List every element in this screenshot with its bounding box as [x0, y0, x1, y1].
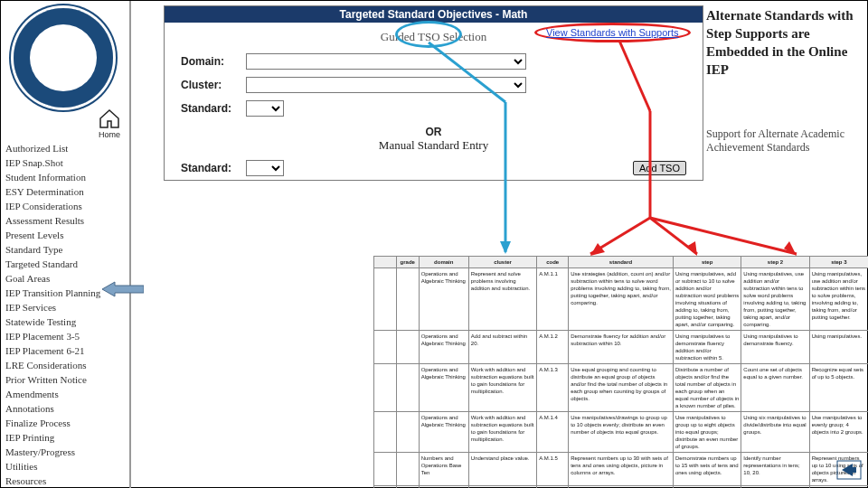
nav-item-esy-determination[interactable]: ESY Determination [5, 184, 127, 199]
nav-item-utilities[interactable]: Utilities [5, 459, 127, 474]
nav-item-iep-placement-3-5[interactable]: IEP Placement 3-5 [5, 329, 127, 343]
nav-item-iep-printing[interactable]: IEP Printing [5, 430, 127, 445]
domain-select[interactable] [246, 53, 526, 70]
nav-item-resources[interactable]: Resources [5, 474, 127, 488]
standard-label-2: Standard: [181, 162, 239, 174]
cluster-select[interactable] [246, 77, 526, 93]
nav-item-lre-considerations[interactable]: LRE Considerations [5, 358, 127, 372]
standards-table: gradedomainclustercodestandardstepstep 2… [373, 256, 868, 477]
nav-item-statewide-testing[interactable]: Statewide Testing [5, 314, 127, 329]
nav-item-iep-snap-shot[interactable]: IEP Snap.Shot [5, 155, 127, 170]
or-label: OR [165, 120, 703, 138]
blue-highlight-circle [395, 21, 462, 48]
svg-marker-7 [590, 243, 605, 256]
dept-logo [14, 8, 113, 108]
support-heading: Support for Alternate Academic Achieveme… [706, 127, 864, 155]
manual-subtitle: Manual Standard Entry [165, 138, 703, 156]
cluster-label: Cluster: [181, 79, 239, 91]
nav-item-present-levels[interactable]: Present Levels [5, 228, 127, 242]
svg-marker-0 [102, 282, 144, 296]
view-standards-link[interactable]: View Standards with Supports [546, 27, 679, 38]
home-button[interactable]: Home [97, 108, 122, 139]
svg-marker-3 [500, 241, 511, 254]
nav-item-iep-services[interactable]: IEP Services [5, 300, 127, 314]
svg-line-10 [650, 218, 797, 254]
nav-item-finalize-process[interactable]: Finalize Process [5, 416, 127, 430]
nav-item-iep-placement-6-21[interactable]: IEP Placement 6-21 [5, 343, 127, 358]
nav-item-standard-type[interactable]: Standard Type [5, 242, 127, 257]
svg-marker-13 [842, 464, 856, 476]
nav-item-mastery-progress[interactable]: Mastery/Progress [5, 445, 127, 459]
view-standards-highlight: View Standards with Supports [534, 23, 691, 42]
nav-item-student-information[interactable]: Student Information [5, 170, 127, 184]
nav-item-assessment-results[interactable]: Assessment Results [5, 213, 127, 228]
nav-item-annotations[interactable]: Annotations [5, 401, 127, 416]
standard-manual-select[interactable] [246, 160, 284, 176]
nav-item-authorized-list[interactable]: Authorized List [5, 141, 127, 155]
nav-item-targeted-standard[interactable]: Targeted Standard [5, 257, 127, 271]
svg-line-6 [590, 218, 650, 254]
svg-marker-9 [686, 241, 697, 256]
sidebar-nav: Authorized ListIEP Snap.ShotStudent Info… [5, 141, 127, 488]
add-tso-button[interactable]: Add TSO [633, 161, 686, 175]
nav-item-amendments[interactable]: Amendments [5, 387, 127, 401]
svg-marker-11 [784, 241, 797, 256]
nav-item-prior-written-notice[interactable]: Prior Written Notice [5, 372, 127, 387]
sidebar-divider [129, 1, 131, 488]
standard-label: Standard: [181, 102, 239, 115]
nav-item-iep-considerations[interactable]: IEP Considerations [5, 199, 127, 213]
svg-line-8 [650, 218, 697, 254]
callout-text: Alternate Standards with Step Supports a… [706, 6, 860, 79]
domain-label: Domain: [181, 55, 239, 68]
standard-select[interactable] [246, 100, 284, 117]
pointer-arrow-icon [102, 281, 144, 299]
home-label: Home [97, 130, 122, 139]
forward-arrow-button[interactable] [836, 460, 862, 482]
